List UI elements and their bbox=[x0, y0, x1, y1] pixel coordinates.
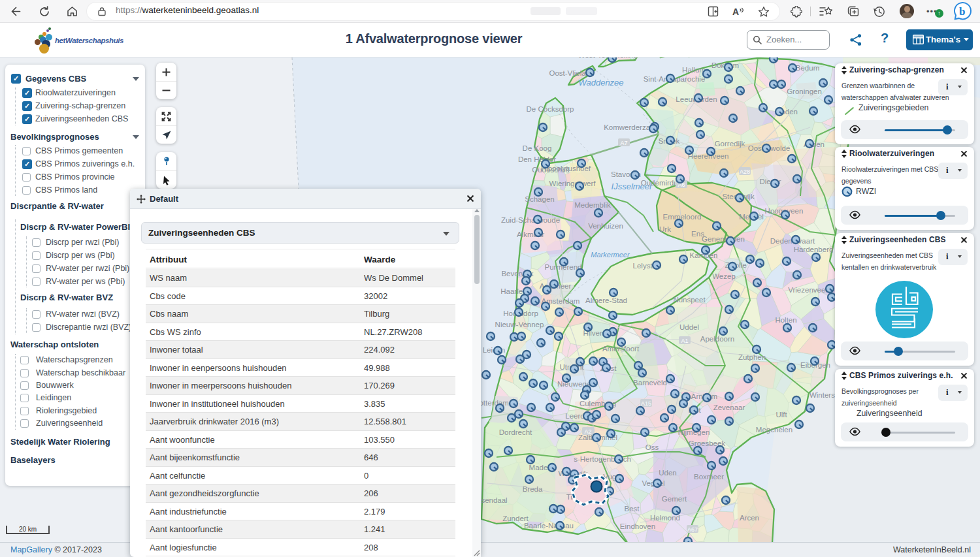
svg-text:Boxmeer: Boxmeer bbox=[694, 473, 724, 481]
svg-text:Baarle-Nassau: Baarle-Nassau bbox=[524, 522, 574, 530]
svg-text:Markermeer: Markermeer bbox=[591, 251, 630, 259]
svg-text:A1: A1 bbox=[681, 338, 688, 344]
svg-text:A67: A67 bbox=[687, 526, 698, 533]
svg-text:Almere-Stad: Almere-Stad bbox=[585, 296, 627, 304]
svg-text:A28: A28 bbox=[740, 168, 750, 175]
svg-text:Oss: Oss bbox=[645, 443, 659, 451]
svg-text:Urk: Urk bbox=[659, 225, 671, 233]
svg-text:Hardenberg: Hardenberg bbox=[794, 246, 834, 253]
svg-text:Medemblik: Medemblik bbox=[574, 201, 611, 209]
svg-text:Uden: Uden bbox=[659, 469, 677, 477]
svg-text:Hallum: Hallum bbox=[682, 66, 706, 74]
svg-text:A15: A15 bbox=[641, 400, 651, 407]
svg-text:A2: A2 bbox=[584, 428, 591, 435]
svg-text:Wezep: Wezep bbox=[712, 272, 736, 280]
svg-text:Nunspeet: Nunspeet bbox=[673, 296, 706, 304]
svg-text:Made: Made bbox=[529, 464, 548, 471]
svg-text:Genemuiden: Genemuiden bbox=[702, 235, 745, 243]
svg-text:Wieringerwerf: Wieringerwerf bbox=[549, 180, 596, 187]
svg-text:b: b bbox=[959, 5, 965, 18]
svg-text:A: A bbox=[732, 7, 739, 17]
svg-text:Best: Best bbox=[624, 505, 640, 513]
svg-text:Eindhoven: Eindhoven bbox=[620, 522, 655, 530]
svg-text:Vriezenveen: Vriezenveen bbox=[788, 286, 830, 294]
svg-text:Uddel: Uddel bbox=[679, 323, 699, 331]
svg-text:Venhuizen: Venhuizen bbox=[588, 222, 623, 230]
svg-text:Megchelen: Megchelen bbox=[756, 426, 792, 434]
svg-text:Waddenzee: Waddenzee bbox=[578, 78, 623, 88]
svg-text:A7: A7 bbox=[620, 140, 627, 146]
svg-text:Gorredijk: Gorredijk bbox=[715, 140, 745, 148]
svg-text:Holten: Holten bbox=[775, 316, 796, 324]
svg-text:Bedum: Bedum bbox=[796, 64, 819, 72]
svg-text:Arcen: Arcen bbox=[740, 514, 759, 522]
svg-text:Zuid-Scharwoude: Zuid-Scharwoude bbox=[501, 216, 560, 224]
svg-text:Dordrecht: Dordrecht bbox=[499, 428, 532, 436]
svg-text:Apeldoorn: Apeldoorn bbox=[700, 335, 734, 343]
svg-text:Breda: Breda bbox=[523, 485, 543, 493]
svg-text:De Koog: De Koog bbox=[523, 144, 552, 152]
svg-text:Nieuw-Vennep: Nieuw-Vennep bbox=[495, 321, 544, 328]
svg-text:Groningen: Groningen bbox=[787, 88, 822, 95]
svg-text:Emmeloord: Emmeloord bbox=[663, 213, 702, 221]
svg-text:Zundert: Zundert bbox=[502, 515, 529, 522]
svg-text:Zutphen: Zutphen bbox=[738, 353, 766, 361]
svg-text:Zevenaar: Zevenaar bbox=[713, 404, 745, 411]
svg-text:Ulft: Ulft bbox=[776, 411, 787, 419]
svg-text:Gemert: Gemert bbox=[662, 495, 687, 503]
svg-text:De Cocksdorp: De Cocksdorp bbox=[527, 105, 574, 113]
svg-text:Den Helder: Den Helder bbox=[518, 155, 556, 163]
svg-text:Barneveld: Barneveld bbox=[633, 379, 667, 387]
